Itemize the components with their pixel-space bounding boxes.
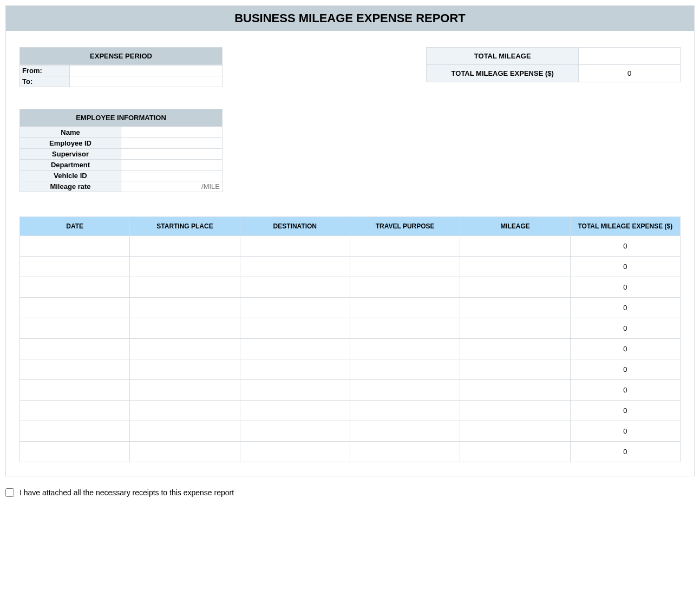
log-input-purpose[interactable] — [352, 381, 457, 399]
log-input-date[interactable] — [22, 443, 127, 461]
log-cell-total: 0 — [570, 298, 680, 318]
log-input-dest[interactable] — [243, 278, 348, 296]
log-cell-purpose — [350, 257, 460, 277]
log-input-dest[interactable] — [243, 237, 348, 255]
log-input-date[interactable] — [22, 381, 127, 399]
log-input-date[interactable] — [22, 258, 127, 276]
employee-name-cell — [121, 127, 223, 138]
log-input-purpose[interactable] — [352, 278, 457, 296]
log-input-dest[interactable] — [243, 360, 348, 378]
employee-vehicle-input[interactable] — [123, 172, 220, 180]
log-input-mileage[interactable] — [462, 402, 567, 419]
log-input-start[interactable] — [132, 422, 237, 440]
log-input-mileage[interactable] — [462, 381, 567, 399]
log-input-date[interactable] — [22, 237, 127, 255]
log-input-dest[interactable] — [243, 258, 348, 276]
log-input-start[interactable] — [132, 381, 237, 399]
log-cell-purpose — [350, 318, 460, 339]
employee-department-row: Department — [20, 160, 223, 171]
expense-period-to-input[interactable] — [72, 77, 220, 86]
employee-info-table: Name Employee ID Superviso — [19, 127, 223, 192]
log-input-dest[interactable] — [243, 381, 348, 399]
log-input-dest[interactable] — [243, 402, 348, 419]
log-cell-date — [20, 318, 130, 339]
log-input-dest[interactable] — [243, 422, 348, 440]
log-input-dest[interactable] — [243, 319, 348, 337]
log-input-purpose[interactable] — [352, 360, 457, 378]
employee-supervisor-label: Supervisor — [20, 149, 121, 160]
log-input-purpose[interactable] — [352, 422, 457, 440]
employee-name-label: Name — [20, 127, 121, 138]
log-cell-start — [130, 339, 240, 359]
log-input-date[interactable] — [22, 422, 127, 440]
log-cell-mileage — [460, 257, 570, 277]
log-input-start[interactable] — [132, 299, 237, 317]
employee-supervisor-input[interactable] — [123, 150, 220, 158]
log-cell-dest — [240, 359, 350, 380]
log-input-start[interactable] — [132, 360, 237, 378]
log-input-start[interactable] — [132, 319, 237, 337]
log-cell-date — [20, 421, 130, 442]
log-cell-dest — [240, 298, 350, 318]
log-cell-dest — [240, 339, 350, 359]
log-input-mileage[interactable] — [462, 299, 567, 317]
receipts-checkbox[interactable] — [5, 488, 14, 497]
log-input-purpose[interactable] — [352, 340, 457, 358]
table-row: 0 — [20, 401, 681, 421]
log-cell-total: 0 — [570, 277, 680, 298]
log-input-purpose[interactable] — [352, 237, 457, 255]
log-cell-total: 0 — [570, 359, 680, 380]
log-input-purpose[interactable] — [352, 402, 457, 419]
log-input-date[interactable] — [22, 340, 127, 358]
log-input-mileage[interactable] — [462, 422, 567, 440]
log-input-mileage[interactable] — [462, 278, 567, 296]
log-input-mileage[interactable] — [462, 443, 567, 461]
log-input-purpose[interactable] — [352, 299, 457, 317]
total-mileage-row: TOTAL MILEAGE — [427, 48, 681, 65]
log-input-mileage[interactable] — [462, 340, 567, 358]
log-input-start[interactable] — [132, 443, 237, 461]
employee-info-header: EMPLOYEE INFORMATION — [19, 109, 223, 127]
log-input-mileage[interactable] — [462, 237, 567, 255]
log-input-dest[interactable] — [243, 299, 348, 317]
log-input-date[interactable] — [22, 360, 127, 378]
log-header-date: DATE — [20, 217, 130, 236]
log-cell-total: 0 — [570, 257, 680, 277]
log-input-date[interactable] — [22, 319, 127, 337]
employee-rate-input[interactable] — [123, 182, 220, 191]
log-input-purpose[interactable] — [352, 319, 457, 337]
log-input-start[interactable] — [132, 237, 237, 255]
log-cell-purpose — [350, 359, 460, 380]
log-input-purpose[interactable] — [352, 443, 457, 461]
log-input-mileage[interactable] — [462, 258, 567, 276]
log-cell-date — [20, 236, 130, 257]
employee-vehicle-cell — [121, 171, 223, 181]
employee-id-cell — [121, 138, 223, 149]
table-row: 0 — [20, 298, 681, 318]
log-header-row: DATE STARTING PLACE DESTINATION TRAVEL P… — [20, 217, 681, 236]
table-row: 0 — [20, 380, 681, 401]
log-input-dest[interactable] — [243, 340, 348, 358]
log-input-start[interactable] — [132, 402, 237, 419]
log-input-dest[interactable] — [243, 443, 348, 461]
log-header-total: TOTAL MILEAGE EXPENSE ($) — [570, 217, 680, 236]
log-input-start[interactable] — [132, 258, 237, 276]
expense-period-from-input[interactable] — [72, 67, 220, 75]
log-input-date[interactable] — [22, 278, 127, 296]
total-mileage-value — [579, 48, 681, 65]
table-row: 0 — [20, 421, 681, 442]
log-input-start[interactable] — [132, 278, 237, 296]
employee-department-input[interactable] — [123, 161, 220, 169]
log-input-purpose[interactable] — [352, 258, 457, 276]
log-cell-purpose — [350, 421, 460, 442]
log-input-start[interactable] — [132, 340, 237, 358]
log-cell-start — [130, 401, 240, 421]
employee-id-input[interactable] — [123, 139, 220, 147]
log-input-mileage[interactable] — [462, 360, 567, 378]
log-input-date[interactable] — [22, 402, 127, 419]
employee-name-input[interactable] — [123, 128, 220, 136]
expense-period-table: From: To: — [19, 65, 223, 87]
log-body: 00000000000 — [20, 236, 681, 462]
log-input-date[interactable] — [22, 299, 127, 317]
log-input-mileage[interactable] — [462, 319, 567, 337]
